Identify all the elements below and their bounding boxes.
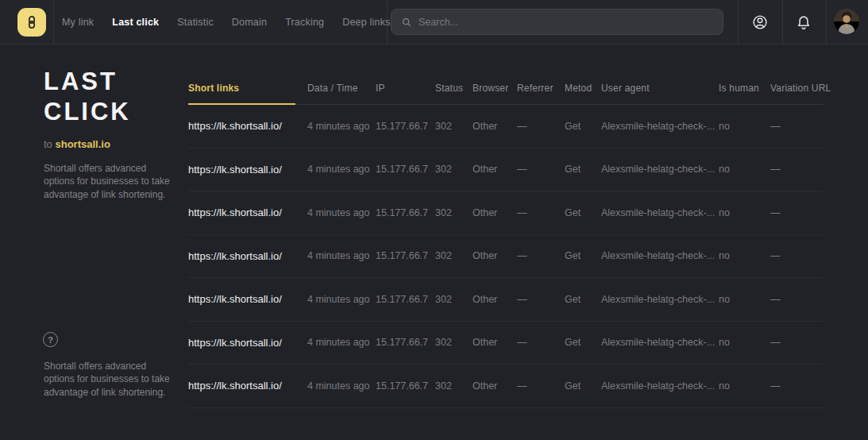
app-logo[interactable]	[17, 8, 46, 37]
column-header-status[interactable]: Status	[435, 83, 473, 94]
cell-method: Get	[565, 164, 601, 175]
cell-referrer: —	[517, 380, 565, 392]
cell-short-link[interactable]: https://lk.shortsall.io/	[188, 120, 307, 132]
cell-user-agent: Alexsmile-helatg-check-...	[601, 250, 719, 261]
account-button[interactable]	[747, 10, 773, 35]
nav-item-last-click[interactable]: Last click	[112, 17, 159, 28]
column-header-is-human[interactable]: Is human	[719, 83, 770, 94]
cell-ip: 15.177.66.7	[376, 164, 435, 175]
table-row: https://lk.shortsall.io/ 4 minutes ago 1…	[188, 191, 824, 235]
cell-is-human: no	[719, 164, 770, 175]
cell-date-time: 4 minutes ago	[307, 250, 376, 261]
cell-status: 302	[435, 164, 473, 175]
user-avatar[interactable]	[834, 9, 859, 34]
search-box[interactable]	[391, 9, 723, 35]
nav-item-my-link[interactable]: My link	[62, 17, 94, 28]
column-header-variation-url[interactable]: Variation URL	[770, 83, 824, 94]
top-navigation-bar: My link Last click Statistic Domain Trac…	[0, 0, 868, 44]
cell-status: 302	[435, 337, 473, 348]
cell-is-human: no	[719, 380, 770, 392]
column-header-method[interactable]: Metod	[565, 83, 601, 94]
cell-ip: 15.177.66.7	[376, 250, 435, 261]
cell-date-time: 4 minutes ago	[307, 207, 376, 218]
header-divider	[738, 0, 739, 44]
cell-short-link[interactable]: https://lk.shortsall.io/	[188, 206, 307, 218]
cell-variation-url: —	[770, 164, 824, 175]
cell-ip: 15.177.66.7	[376, 380, 435, 392]
cell-status: 302	[435, 380, 473, 392]
active-column-indicator	[188, 103, 295, 105]
cell-status: 302	[435, 250, 473, 261]
column-header-browser[interactable]: Browser	[473, 83, 517, 94]
user-photo	[834, 9, 859, 34]
page-subtitle: to shortsall.io	[44, 138, 110, 150]
cell-referrer: —	[517, 164, 565, 175]
table-row: https://lk.shortsall.io/ 4 minutes ago 1…	[188, 235, 824, 279]
table-row: https://lk.shortsall.io/ 4 minutes ago 1…	[188, 365, 824, 408]
cell-ip: 15.177.66.7	[376, 207, 435, 218]
cell-is-human: no	[719, 294, 770, 305]
cell-is-human: no	[719, 121, 770, 132]
cell-user-agent: Alexsmile-helatg-check-...	[601, 294, 719, 305]
cell-is-human: no	[719, 337, 770, 348]
header-divider	[826, 0, 827, 44]
cell-variation-url: —	[770, 207, 824, 218]
cell-method: Get	[565, 250, 601, 261]
cell-method: Get	[565, 294, 601, 305]
domain-link[interactable]: shortsall.io	[55, 138, 110, 150]
cell-referrer: —	[517, 121, 565, 132]
bell-icon	[795, 14, 812, 31]
nav-item-deep-links[interactable]: Deep links	[342, 17, 390, 28]
cell-variation-url: —	[770, 380, 824, 392]
column-header-date-time[interactable]: Data / Time	[307, 83, 376, 94]
cell-is-human: no	[719, 207, 770, 218]
cell-browser: Other	[473, 337, 517, 348]
cell-short-link[interactable]: https://lk.shortsall.io/	[188, 250, 307, 262]
cell-user-agent: Alexsmile-helatg-check-...	[601, 337, 719, 348]
cell-referrer: —	[517, 294, 565, 305]
cell-status: 302	[435, 294, 473, 305]
nav-item-domain[interactable]: Domain	[232, 17, 267, 28]
column-header-short-links[interactable]: Short links	[188, 83, 307, 94]
nav-item-statistic[interactable]: Statistic	[177, 17, 214, 28]
cell-variation-url: —	[770, 337, 824, 348]
cell-short-link[interactable]: https://lk.shortsall.io/	[188, 337, 307, 349]
table-row: https://lk.shortsall.io/ 4 minutes ago 1…	[188, 322, 824, 365]
cell-ip: 15.177.66.7	[376, 337, 435, 348]
cell-method: Get	[565, 337, 601, 348]
cell-browser: Other	[473, 207, 517, 218]
table-row: https://lk.shortsall.io/ 4 minutes ago 1…	[188, 278, 824, 322]
column-header-ip[interactable]: IP	[376, 83, 435, 94]
cell-user-agent: Alexsmile-helatg-check-...	[601, 164, 719, 175]
question-icon[interactable]: ?	[43, 332, 58, 347]
sidebar-description: Shortall offers advanced options for bus…	[44, 162, 177, 201]
search-input[interactable]	[419, 17, 713, 28]
main-nav: My link Last click Statistic Domain Trac…	[62, 0, 441, 44]
table-row: https://lk.shortsall.io/ 4 minutes ago 1…	[188, 105, 824, 149]
nav-item-tracking[interactable]: Tracking	[285, 17, 324, 28]
cell-short-link[interactable]: https://lk.shortsall.io/	[188, 380, 307, 392]
cell-short-link[interactable]: https://lk.shortsall.io/	[188, 293, 307, 305]
column-header-referrer[interactable]: Referrer	[517, 83, 565, 94]
cell-browser: Other	[473, 121, 517, 132]
page-title: LAST CLICK	[44, 67, 131, 127]
column-header-user-agent[interactable]: User agent	[601, 83, 719, 94]
cell-method: Get	[565, 121, 601, 132]
cell-referrer: —	[517, 337, 565, 348]
clicks-table: Short links Data / Time IP Status Browse…	[188, 71, 824, 408]
cell-variation-url: —	[770, 250, 824, 261]
cell-status: 302	[435, 121, 473, 132]
cell-user-agent: Alexsmile-helatg-check-...	[601, 121, 719, 132]
cell-variation-url: —	[770, 121, 824, 132]
cell-ip: 15.177.66.7	[376, 121, 435, 132]
notifications-button[interactable]	[791, 10, 816, 35]
cell-date-time: 4 minutes ago	[307, 337, 376, 348]
cell-short-link[interactable]: https://lk.shortsall.io/	[188, 164, 307, 176]
cell-user-agent: Alexsmile-helatg-check-...	[601, 207, 719, 218]
cell-browser: Other	[473, 164, 517, 175]
search-icon	[401, 17, 412, 28]
table-row: https://lk.shortsall.io/ 4 minutes ago 1…	[188, 149, 824, 192]
cell-referrer: —	[517, 207, 565, 218]
cell-variation-url: —	[770, 294, 824, 305]
user-circle-icon	[751, 14, 769, 31]
